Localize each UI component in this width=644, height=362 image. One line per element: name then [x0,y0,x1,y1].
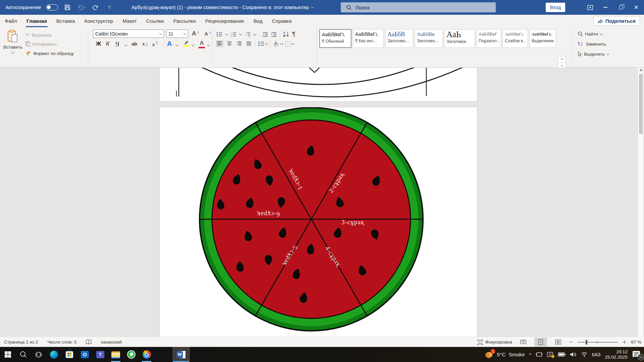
zoom-slider-thumb[interactable] [586,340,587,345]
highlight-button[interactable] [182,40,190,47]
wireless-display-icon[interactable] [536,352,543,357]
print-layout-icon[interactable] [534,338,547,347]
align-center-button[interactable] [226,40,233,47]
styles-scroll-up-icon[interactable] [558,56,566,63]
zoom-out-button[interactable]: − [569,339,573,346]
style-emphasis[interactable]: АаБбВвГг, Выделение [529,29,556,48]
search-input[interactable]: Поиск [341,2,496,12]
style-subtle-emphasis[interactable]: АаБбВвГг, Слабое в... [502,29,528,48]
bullets-icon[interactable] [217,32,222,37]
tab-insert[interactable]: Вставка [52,15,80,27]
speaker-icon[interactable] [570,352,577,357]
highlight-dropdown-icon[interactable] [192,43,195,46]
tab-help[interactable]: Справка [267,15,297,27]
borders-button[interactable] [285,41,294,47]
select-button[interactable]: Выделить [578,51,609,57]
redo-icon[interactable] [91,3,100,12]
autosave-toggle[interactable] [46,4,58,10]
close-button[interactable]: × [629,0,644,15]
style-no-spacing[interactable]: АаБбВвГг, ¶ Без инт... [353,29,384,48]
taskbar-clock[interactable]: 20:12 25.02.2025 [605,349,628,360]
subscript-button[interactable]: x2 [142,41,148,47]
language-switcher[interactable]: КАЗ [592,352,601,357]
taskbar-weather-widget[interactable]: 1 5°C Smoke [484,350,525,359]
tab-file[interactable]: Файл [0,15,22,27]
line-spacing-button[interactable] [258,41,268,46]
title-dropdown-icon[interactable] [311,6,314,8]
italic-button[interactable]: К [106,41,109,47]
taskbar-search-button[interactable] [15,347,31,362]
web-layout-icon[interactable] [552,338,565,347]
minimize-button[interactable] [598,0,613,15]
numbering-dropdown-icon[interactable] [239,32,243,36]
underline-button[interactable]: Ч [115,41,119,47]
taskbar-edge-button[interactable] [46,347,62,362]
customize-qat-icon[interactable] [105,3,114,12]
find-dropdown-icon[interactable] [599,32,603,35]
focus-button[interactable]: Фокусировка [477,340,512,345]
taskbar-chrome-button[interactable] [139,347,154,362]
shrink-font-button[interactable]: А˅ [205,31,211,37]
replace-button[interactable]: bc Заменить [578,41,606,47]
taskbar-explorer-button[interactable] [108,347,123,362]
tab-references[interactable]: Ссылки [142,15,169,27]
copy-button[interactable]: Копировать [25,41,57,47]
taskbar-word-button[interactable]: W [172,347,190,362]
ribbon-display-options-icon[interactable] [582,0,598,15]
read-mode-icon[interactable] [517,338,530,347]
increase-indent-icon[interactable] [271,32,277,37]
text-effects-dropdown-icon[interactable] [175,43,179,46]
style-normal[interactable]: АаБбВвГг, ¶ Обычный [319,29,352,48]
taskbar-teams-button[interactable]: T [93,347,108,362]
zoom-in-button[interactable]: + [623,339,626,346]
cut-button[interactable]: ✂ Вырезать [25,32,52,38]
strikethrough-button[interactable]: ab [131,41,137,47]
page-1[interactable] [160,68,477,101]
page-indicator[interactable]: Страница 1 из 2 [4,340,38,345]
document-area[interactable]: 1-сұрақ2-сұрақ3-сұрақ4-сұрақ5-сұрақ6-сұр… [0,68,644,337]
select-dropdown-icon[interactable] [606,52,610,55]
notification-center-button[interactable]: 11 [632,350,642,359]
bullets-dropdown-icon[interactable] [225,32,228,36]
justify-button[interactable] [245,40,253,47]
numbering-icon[interactable]: 123 [231,32,236,37]
restore-button[interactable] [613,0,629,15]
taskbar-store-button[interactable] [62,347,77,362]
taskbar-outlook-button[interactable]: O [77,347,93,362]
font-color-button[interactable]: А [199,40,205,48]
tab-design[interactable]: Конструктор [80,15,118,27]
share-button[interactable]: Поделиться [593,16,640,26]
text-effects-button[interactable]: А [167,40,172,48]
font-color-dropdown-icon[interactable] [207,43,210,46]
tab-review[interactable]: Рецензирование [201,15,249,27]
taskbar-taskview-button[interactable] [31,347,46,362]
tab-layout[interactable]: Макет [118,15,141,27]
scrollbar-thumb[interactable] [639,74,643,134]
zoom-slider[interactable] [578,342,618,343]
bold-button[interactable]: Ж [96,41,101,47]
wifi-icon[interactable] [581,352,588,357]
decrease-indent-icon[interactable] [262,32,268,37]
grow-font-button[interactable]: А˄ [192,30,199,37]
word-count[interactable]: Число слов: 0 [47,340,76,345]
style-subtitle[interactable]: АаБбВвГ Подзагол... [476,29,501,48]
scroll-up-icon[interactable] [639,69,643,71]
sync-status-icon[interactable] [547,352,553,357]
multilevel-dropdown-icon[interactable] [253,32,257,36]
sort-button[interactable]: АЯ [283,31,289,37]
align-left-button[interactable] [216,40,223,47]
font-family-select[interactable]: Calibri (Основн [93,29,164,38]
tab-home[interactable]: Главная [22,15,52,27]
language-indicator[interactable]: казахский [101,340,122,345]
hidden-icons-chevron[interactable] [529,353,531,356]
find-button[interactable]: Найти [578,31,602,37]
multilevel-list-icon[interactable]: 1ai [245,32,251,37]
signin-button[interactable]: Вход [546,3,565,12]
zoom-level[interactable]: 67 % [631,340,641,345]
shading-button[interactable] [273,41,283,47]
font-size-select[interactable]: 11 [166,29,188,38]
show-marks-button[interactable]: ¶ [292,31,296,38]
save-icon[interactable] [63,3,72,12]
tab-view[interactable]: Вид [249,15,267,27]
superscript-button[interactable]: x2 [152,41,158,47]
